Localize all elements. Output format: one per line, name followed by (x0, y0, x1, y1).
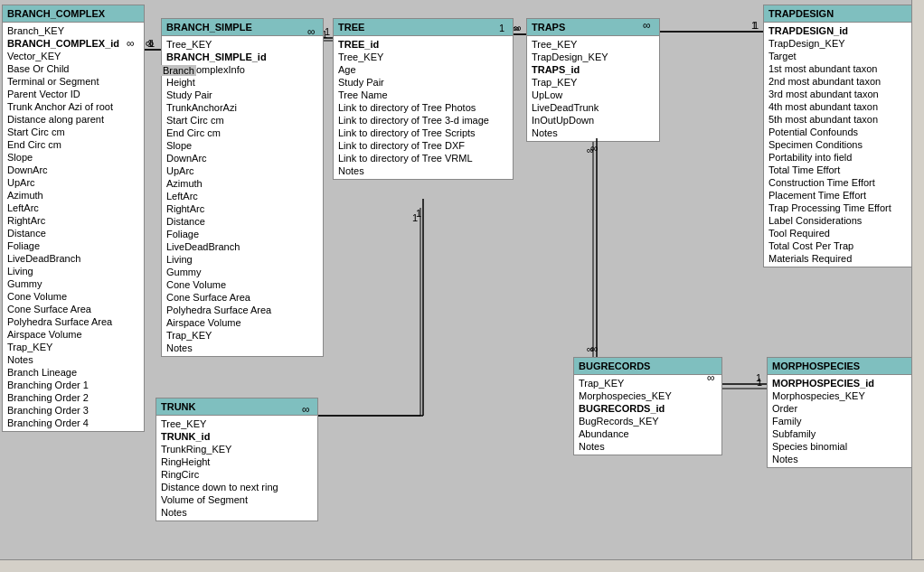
table-row: 4th most abundant taxon (764, 100, 916, 113)
svg-text:1: 1 (325, 26, 330, 37)
table-row: 3rd most abundant taxon (764, 88, 916, 100)
table-row: Trap_KEY (527, 76, 659, 89)
scrollbar-vertical[interactable] (911, 0, 924, 572)
table-row: TrunkRing_KEY (156, 443, 317, 455)
table-row: Living (3, 265, 144, 277)
table-row: RingCirc (156, 468, 317, 481)
table-row: RightArc (3, 214, 144, 227)
table-row: BugRecords_KEY (574, 415, 721, 427)
table-row: Distance along parent (3, 113, 144, 126)
table-row: Polyhedra Surface Area (3, 315, 144, 328)
table-trapdesign-header: TRAPDESIGN (764, 5, 916, 23)
svg-text:1: 1 (147, 38, 153, 49)
scrollbar-horizontal[interactable] (0, 559, 924, 572)
table-row: Morphospecies_KEY (574, 389, 721, 402)
table-row: Notes (574, 440, 721, 453)
table-row: Family (768, 415, 915, 427)
table-morphospecies: MORPHOSPECIES MORPHOSPECIES_id Morphospe… (767, 357, 916, 468)
svg-text:1: 1 (753, 20, 759, 31)
table-row: Total Cost Per Trap (764, 239, 916, 252)
table-row: Trap_KEY (162, 329, 323, 342)
table-row: TREE_id (334, 38, 513, 51)
table-row: Tree_KEY (334, 51, 513, 63)
table-row: BRANCH_SIMPLE_id (162, 51, 323, 63)
table-row: End Circ cm (3, 138, 144, 151)
table-row: Distance (162, 215, 323, 228)
table-trapdesign: TRAPDESIGN TRAPDESIGN_id TrapDesign_KEY … (763, 5, 917, 267)
table-row: 2nd most abundant taxon (764, 75, 916, 88)
table-row: Foliage (3, 239, 144, 252)
table-tree: TREE TREE_id Tree_KEY Age Study Pair Tre… (333, 18, 514, 180)
table-row: Volume of Segment (156, 493, 317, 506)
table-row: TrunkAnchorAzi (162, 101, 323, 114)
table-row: Distance (3, 227, 144, 239)
table-row: Morphospecies_KEY (768, 389, 915, 402)
table-row: LiveDeadBranch (3, 252, 144, 265)
table-row: DownArc (162, 152, 323, 164)
table-row: Branching Order 2 (3, 391, 144, 404)
table-traps-body: Tree_KEY TrapDesign_KEY TRAPS_id Trap_KE… (527, 36, 659, 141)
table-row: Azimuth (162, 177, 323, 190)
table-row: Order (768, 402, 915, 415)
table-row: Portability into field (764, 151, 916, 164)
table-trunk-header: TRUNK (156, 399, 317, 416)
table-row: Cone Surface Area (162, 291, 323, 304)
table-row: LeftArc (3, 202, 144, 214)
table-row: RingHeight (156, 455, 317, 468)
table-row: UpArc (3, 176, 144, 189)
table-branch-simple-body: Tree_KEY BRANCH_SIMPLE_id MoreComplexInf… (162, 36, 323, 356)
svg-text:∞: ∞ (590, 142, 599, 155)
table-trapdesign-body: TRAPDESIGN_id TrapDesign_KEY Target 1st … (764, 23, 916, 267)
svg-text:1: 1 (412, 212, 418, 223)
table-row: 5th most abundant taxon (764, 113, 916, 126)
table-row: Living (162, 253, 323, 266)
table-row: Gummy (3, 277, 144, 290)
table-row: Start Circ cm (3, 126, 144, 138)
table-row: Airspace Volume (162, 316, 323, 329)
table-row: Notes (527, 127, 659, 139)
table-tree-body: TREE_id Tree_KEY Age Study Pair Tree Nam… (334, 36, 513, 179)
table-row: Link to directory of Tree 3-d image (334, 114, 513, 127)
table-morphospecies-body: MORPHOSPECIES_id Morphospecies_KEY Order… (768, 375, 915, 467)
table-traps: TRAPS Tree_KEY TrapDesign_KEY TRAPS_id T… (526, 18, 660, 142)
table-morphospecies-header: MORPHOSPECIES (768, 358, 915, 375)
table-row: UpArc (162, 164, 323, 177)
table-row: Notes (162, 342, 323, 354)
table-row: Branching Order 3 (3, 404, 144, 417)
table-row: Abundance (574, 427, 721, 440)
svg-text:∞: ∞ (587, 343, 594, 354)
table-branch-simple-header: BRANCH_SIMPLE (162, 19, 323, 36)
svg-text:1: 1 (756, 372, 761, 383)
table-row: Construction Time Effort (764, 176, 916, 189)
table-row: Branch Lineage (3, 366, 144, 379)
table-bugrecords-body: Trap_KEY Morphospecies_KEY BUGRECORDS_id… (574, 375, 721, 455)
table-row: Cone Surface Area (3, 303, 144, 315)
table-row: Materials Required (764, 252, 916, 265)
table-trunk-body: Tree_KEY TRUNK_id TrunkRing_KEY RingHeig… (156, 416, 317, 520)
table-row: Foliage (162, 228, 323, 240)
table-row: LiveDeadTrunk (527, 101, 659, 114)
svg-text:∞: ∞ (590, 342, 599, 355)
table-row: Cone Volume (3, 290, 144, 303)
table-row: Start Circ cm (162, 114, 323, 127)
table-row: Branching Order 1 (3, 379, 144, 391)
table-row: Branch_KEY (3, 24, 144, 37)
table-row: Trap Processing Time Effort (764, 202, 916, 214)
table-row: Link to directory of Tree VRML (334, 152, 513, 164)
table-row: TRUNK_id (156, 430, 317, 443)
svg-text:∞: ∞ (513, 23, 520, 33)
table-row: Azimuth (3, 189, 144, 202)
table-bugrecords-header: BUGRECORDS (574, 358, 721, 375)
table-row: Species binomial (768, 440, 915, 453)
table-row: Trap_KEY (3, 341, 144, 353)
svg-text:∞: ∞ (514, 22, 522, 34)
table-row: Terminal or Segment (3, 75, 144, 88)
table-tree-header: TREE (334, 19, 513, 36)
table-row: RightArc (162, 202, 323, 215)
table-row: DownArc (3, 164, 144, 176)
table-row: LeftArc (162, 190, 323, 202)
table-row: Study Pair (162, 89, 323, 101)
table-row: Tree_KEY (527, 38, 659, 51)
table-traps-header: TRAPS (527, 19, 659, 36)
table-row: Parent Vector ID (3, 88, 144, 100)
